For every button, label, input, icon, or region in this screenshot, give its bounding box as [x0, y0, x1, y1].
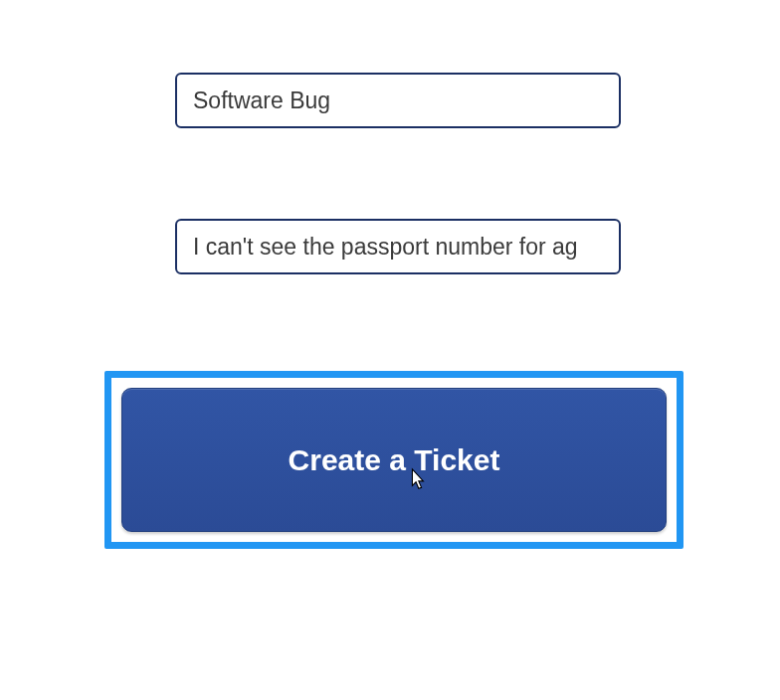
create-ticket-button[interactable]: Create a Ticket	[121, 388, 667, 532]
create-ticket-label: Create a Ticket	[289, 443, 500, 477]
subject-input[interactable]	[175, 73, 621, 128]
description-input[interactable]	[175, 219, 621, 274]
create-ticket-highlight: Create a Ticket	[104, 371, 683, 549]
